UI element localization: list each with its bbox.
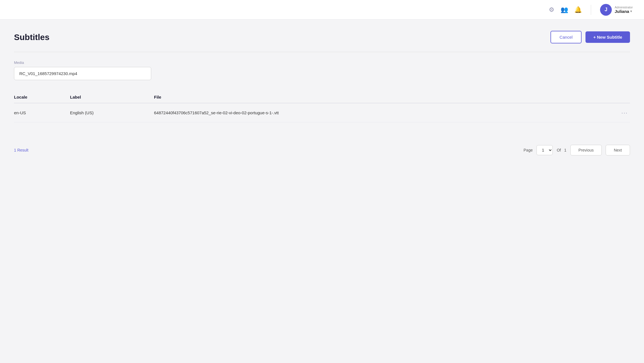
main-content: Subtitles Cancel + New Subtitle Media RC… [0,20,644,167]
previous-button[interactable]: Previous [570,145,602,155]
avatar: J [600,4,612,16]
row-file: 64872440f43706c571607a52_se-rie-02-vi-de… [154,110,616,115]
section-divider [14,52,630,52]
row-locale: en-US [14,110,70,115]
media-label: Media [14,61,630,65]
user-info: Administrator Juliana ▾ [615,6,633,14]
users-icon[interactable]: 👥 [561,6,568,13]
media-field: Media RC_V01_1685729974230.mp4 [14,61,630,80]
header-icons: ⚙ 👥 🔔 J Administrator Juliana ▾ [549,4,633,16]
chevron-down-icon: ▾ [630,10,632,13]
row-label: English (US) [70,110,154,115]
row-actions: ··· [616,108,630,117]
result-count: 1 Result [14,148,28,152]
row-more-button[interactable]: ··· [619,108,630,117]
pagination: Page 1 Of 1 Previous Next [524,145,630,155]
user-role: Administrator [615,6,633,9]
table-row: en-US English (US) 64872440f43706c571607… [14,103,630,122]
page-title: Subtitles [14,32,50,42]
header-divider [591,5,591,15]
col-file: File [154,95,616,99]
bell-icon[interactable]: 🔔 [574,6,582,13]
page-header: Subtitles Cancel + New Subtitle [14,31,630,43]
top-header: ⚙ 👥 🔔 J Administrator Juliana ▾ [0,0,644,20]
cancel-button[interactable]: Cancel [550,31,582,43]
col-label: Label [70,95,154,99]
user-name: Juliana ▾ [615,9,633,14]
media-value: RC_V01_1685729974230.mp4 [14,67,151,80]
next-button[interactable]: Next [606,145,630,155]
table-header: Locale Label File [14,91,630,103]
settings-icon[interactable]: ⚙ [549,6,554,13]
new-subtitle-button[interactable]: + New Subtitle [585,31,630,43]
footer: 1 Result Page 1 Of 1 Previous Next [14,139,630,155]
header-actions: Cancel + New Subtitle [550,31,630,43]
page-select[interactable]: 1 [536,145,553,155]
page-label: Page [524,148,533,152]
user-menu[interactable]: J Administrator Juliana ▾ [600,4,633,16]
subtitles-table: Locale Label File en-US English (US) 648… [14,91,630,122]
of-label: Of 1 [557,148,566,152]
col-locale: Locale [14,95,70,99]
